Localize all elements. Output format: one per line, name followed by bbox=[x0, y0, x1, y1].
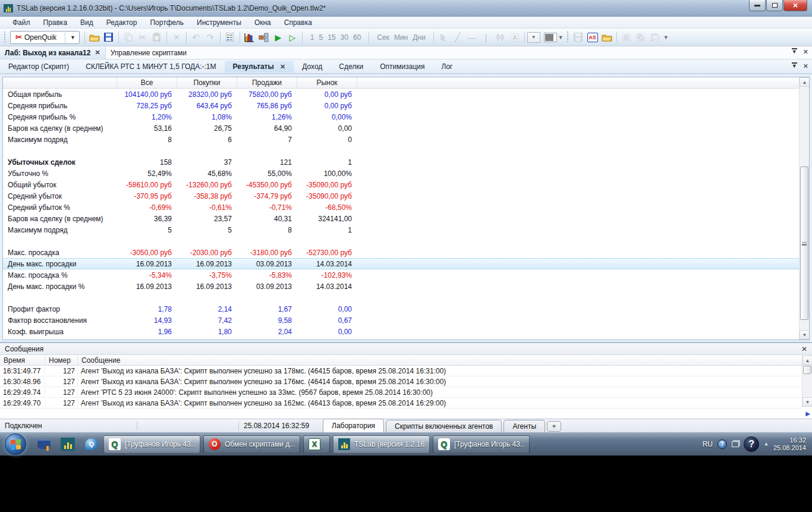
tray-question-icon[interactable]: ? bbox=[744, 436, 759, 452]
quicklaunch-messenger-icon[interactable]: Ϙ bbox=[84, 436, 99, 452]
tab-agent-scripts[interactable]: Скрипты включенных агентов bbox=[386, 420, 502, 432]
overflow-chevron-icon-2[interactable]: ▼ bbox=[662, 34, 670, 40]
table-row[interactable]: Баров на сделку (в среднем)36,3923,5740,… bbox=[3, 213, 809, 224]
taskbar-button-quik-4[interactable]: Q[Труфанов Игорь 43... bbox=[433, 435, 530, 453]
scroll-down-icon[interactable]: ▼ bbox=[802, 397, 812, 407]
save-button[interactable] bbox=[102, 30, 116, 45]
chevron-down-icon[interactable]: ▼ bbox=[68, 34, 78, 40]
menu-windows[interactable]: Окна bbox=[248, 17, 278, 28]
interval-15[interactable]: 15 bbox=[326, 32, 337, 43]
column-number[interactable]: Номер bbox=[45, 355, 78, 365]
tab-menu-icon[interactable]: ▼ bbox=[792, 48, 797, 56]
clock[interactable]: 16:32 25.08.2014 bbox=[773, 436, 808, 452]
messages-scrollbar[interactable]: ▲ ▼ bbox=[802, 356, 812, 407]
restore-button[interactable] bbox=[766, 0, 783, 11]
scroll-thumb[interactable] bbox=[803, 366, 811, 374]
taskbar-button-quik-0[interactable]: Q[Труфанов Игорь 43... bbox=[103, 435, 200, 453]
toolbar-grip[interactable] bbox=[3, 32, 6, 43]
table-row[interactable]: Средний убыток-370,95 руб-358,38 руб-374… bbox=[3, 190, 809, 202]
language-indicator[interactable]: RU bbox=[703, 440, 713, 448]
unit-sec[interactable]: Сек bbox=[375, 32, 391, 43]
add-workspace-tab-button[interactable]: + bbox=[547, 421, 561, 432]
overflow-chevron-icon[interactable]: ▼ bbox=[557, 34, 565, 40]
tab-income[interactable]: Доход bbox=[294, 61, 331, 73]
table-row[interactable]: Средняя прибыль %1,20%1,08%1,26%0,00% bbox=[3, 111, 809, 122]
close-tab-icon[interactable]: ✕ bbox=[95, 49, 100, 56]
tray-help-icon[interactable]: ? bbox=[717, 439, 727, 449]
tab-trades[interactable]: Сделки bbox=[331, 61, 372, 73]
column-sells[interactable]: Продажи bbox=[237, 77, 297, 88]
results-scrollbar[interactable]: ▲ ▼ bbox=[799, 77, 809, 340]
unit-day[interactable]: Дни bbox=[411, 32, 427, 43]
table-row[interactable]: Максимум подряд5581 bbox=[3, 224, 809, 235]
start-button[interactable] bbox=[5, 434, 26, 455]
table-row[interactable]: Общая прибыль104140,00 руб28320,00 руб75… bbox=[3, 89, 809, 100]
table-row[interactable]: Убыточно %52,49%45,68%55,00%100,00% bbox=[3, 168, 809, 179]
table-row[interactable]: День макс. просадки %16.09.201316.09.201… bbox=[3, 281, 809, 292]
message-row[interactable]: 16:30:48.96127Агент 'Выход из канала БАЗ… bbox=[0, 376, 802, 387]
toolbar-grip-2[interactable] bbox=[566, 32, 569, 43]
table-row[interactable]: Максимум подряд8670 bbox=[3, 134, 809, 145]
table-row[interactable]: Общий убыток-58610,00 руб-13260,00 руб-4… bbox=[3, 179, 809, 190]
provider-combobox[interactable]: ✂ OpenQuik ▼ bbox=[10, 31, 80, 44]
table-row[interactable]: Коэф. выигрыша1,961,802,040,00 bbox=[3, 326, 809, 337]
message-row[interactable]: 16:29:49.74127Агент 'РТС 5 23 июня 24000… bbox=[0, 387, 802, 398]
tab-laboratory[interactable]: Лаборатория bbox=[323, 419, 384, 432]
run-button[interactable]: ▶ bbox=[271, 30, 285, 45]
tab-script-management[interactable]: Управление скриптами bbox=[106, 46, 191, 59]
diagram-button[interactable] bbox=[257, 30, 271, 45]
interval-60[interactable]: 60 bbox=[351, 32, 363, 43]
table-row[interactable]: Средний убыток %-0,69%-0,61%-0,71%-68,50… bbox=[3, 202, 809, 213]
minimize-button[interactable] bbox=[749, 0, 766, 11]
hscroll-right-icon[interactable]: ▶ bbox=[805, 410, 810, 417]
close-button[interactable]: ✕ bbox=[783, 0, 807, 11]
tab-editor[interactable]: Редактор (Скрипт) bbox=[0, 61, 77, 73]
menu-file[interactable]: Файл bbox=[6, 17, 37, 28]
menu-edit[interactable]: Правка bbox=[37, 17, 74, 28]
tray-expand-icon[interactable]: ▲ bbox=[764, 441, 769, 447]
interval-30[interactable]: 30 bbox=[339, 32, 350, 43]
table-row[interactable]: Макс. просадка %-5,34%-3,75%-5,83%-102,9… bbox=[3, 269, 809, 281]
close-tab-icon[interactable]: ✕ bbox=[280, 63, 285, 70]
quicklaunch-app-icon[interactable] bbox=[36, 436, 52, 452]
scroll-thumb[interactable] bbox=[800, 167, 808, 320]
column-time[interactable]: Время bbox=[0, 355, 45, 365]
scroll-up-icon[interactable]: ▲ bbox=[802, 356, 812, 365]
tab-menu-icon[interactable]: ▼ bbox=[792, 62, 797, 70]
close-pane-icon[interactable]: ✕ bbox=[803, 62, 808, 70]
style-dropdown[interactable]: ▼ bbox=[527, 32, 540, 43]
menu-help[interactable]: Справка bbox=[278, 17, 319, 28]
save-as-button[interactable]: AS bbox=[586, 30, 600, 45]
color-picker[interactable] bbox=[544, 33, 557, 42]
menu-view[interactable]: Вид bbox=[74, 17, 100, 28]
table-row[interactable]: Средняя прибыль728,25 руб643,64 руб765,8… bbox=[3, 100, 809, 111]
tab-agents[interactable]: Агенты bbox=[503, 420, 545, 432]
column-buys[interactable]: Покупки bbox=[177, 77, 237, 88]
open-layout-button[interactable] bbox=[600, 30, 614, 45]
scroll-down-icon[interactable]: ▼ bbox=[800, 330, 810, 340]
interval-1[interactable]: 1 bbox=[309, 32, 316, 43]
menu-tools[interactable]: Инструменты bbox=[190, 17, 248, 28]
interval-5[interactable]: 5 bbox=[317, 32, 325, 43]
column-all[interactable]: Все bbox=[117, 77, 177, 88]
column-market[interactable]: Рынок bbox=[297, 77, 357, 88]
tab-lab-vykhod-iz-kanala[interactable]: Лаб: Выход из канала12 ✕ bbox=[0, 46, 106, 59]
taskbar-button-tslab-3[interactable]: TSLab (версия 1.2.16... bbox=[333, 435, 430, 453]
close-pane-icon[interactable]: ✕ bbox=[803, 48, 808, 56]
quicklaunch-tslab-icon[interactable] bbox=[60, 436, 75, 452]
taskbar-button-opera-1[interactable]: OОбмен скриптами д... bbox=[203, 435, 300, 453]
tab-results[interactable]: Результаты ✕ bbox=[225, 61, 294, 73]
column-message[interactable]: Сообщение bbox=[78, 355, 812, 365]
tab-optimization[interactable]: Оптимизация bbox=[372, 61, 433, 73]
tray-window-icon[interactable] bbox=[732, 441, 739, 447]
taskbar-button-excel-2[interactable]: X bbox=[303, 435, 330, 453]
close-messages-icon[interactable]: ✕ bbox=[801, 345, 807, 353]
run-step-button[interactable]: ▷ bbox=[285, 30, 300, 45]
table-row[interactable]: День макс. просадки16.09.201316.09.20130… bbox=[3, 258, 809, 269]
open-file-button[interactable] bbox=[87, 30, 102, 45]
tab-source[interactable]: СКЛЕЙКА РТС 1 МИНУТ 1,5 ГОДА:-:1М bbox=[77, 61, 224, 73]
message-row[interactable]: 16:31:49.77127Агент 'Выход из канала БАЗ… bbox=[0, 366, 802, 376]
table-row[interactable]: Макс. просадка-3050,00 руб-2030,00 руб-3… bbox=[3, 247, 809, 258]
script-properties-button[interactable] bbox=[223, 30, 237, 45]
unit-min[interactable]: Мин bbox=[392, 32, 410, 43]
